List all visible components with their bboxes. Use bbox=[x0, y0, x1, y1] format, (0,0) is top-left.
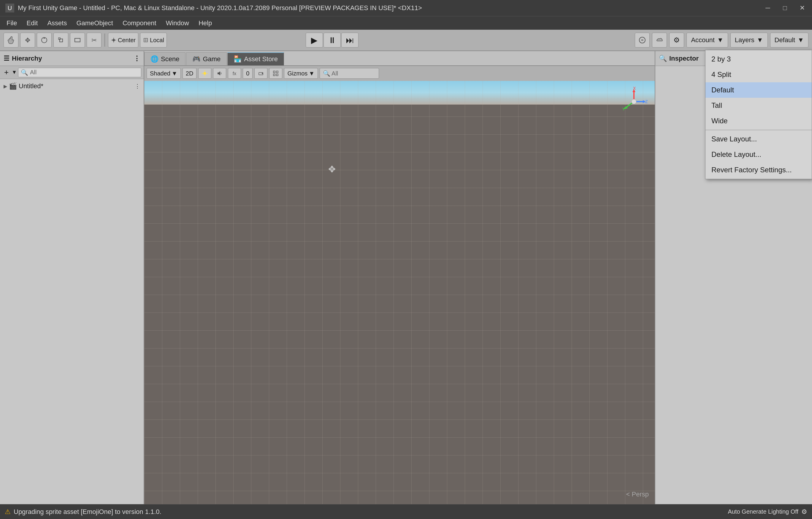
search-icon: 🔍 bbox=[21, 69, 28, 76]
hierarchy-item-untitled[interactable]: ▶ 🎬 Untitled* ⋮ bbox=[0, 80, 144, 92]
gizmos-arrow: ▼ bbox=[309, 70, 315, 77]
scene-fx-extra[interactable] bbox=[254, 68, 267, 79]
shading-dropdown[interactable]: Shaded ▼ bbox=[147, 68, 181, 79]
shading-arrow: ▼ bbox=[172, 70, 177, 77]
menu-help[interactable]: Help bbox=[194, 18, 216, 28]
layout-delete-label: Delete Layout... bbox=[712, 150, 761, 159]
layout-wide-label: Wide bbox=[712, 117, 728, 125]
pivot-toggle[interactable]: Center bbox=[108, 33, 138, 48]
gizmos-dropdown[interactable]: Gizmos ▼ bbox=[284, 68, 318, 79]
close-button[interactable]: ✕ bbox=[797, 3, 807, 13]
svg-rect-22 bbox=[273, 71, 275, 73]
svg-text:X: X bbox=[633, 87, 636, 91]
scene-gizmo[interactable]: Z X Y bbox=[619, 87, 649, 116]
game-tab-label: Game bbox=[203, 55, 221, 63]
layout-delete[interactable]: Delete Layout... bbox=[705, 147, 812, 162]
hierarchy-content: ▶ 🎬 Untitled* ⋮ bbox=[0, 79, 144, 504]
scene-icon: 🎬 bbox=[9, 82, 17, 90]
menu-window[interactable]: Window bbox=[162, 18, 193, 28]
layout-tall[interactable]: Tall bbox=[705, 98, 812, 113]
layout-4split[interactable]: 4 Split bbox=[705, 67, 812, 82]
maximize-button[interactable]: □ bbox=[780, 3, 790, 13]
hierarchy-dropdown-btn[interactable]: ▼ bbox=[11, 69, 17, 76]
status-settings-icon[interactable]: ⚙ bbox=[801, 508, 807, 516]
hierarchy-add-btn[interactable]: + bbox=[2, 68, 10, 77]
svg-rect-23 bbox=[276, 71, 278, 73]
hierarchy-menu-btn[interactable]: ⋮ bbox=[134, 55, 140, 62]
status-right-label: Auto Generate Lighting Off bbox=[728, 508, 799, 515]
step-button[interactable]: ⏭ bbox=[341, 33, 358, 48]
shading-label: Shaded bbox=[150, 70, 170, 77]
menu-gameobject[interactable]: GameObject bbox=[72, 18, 117, 28]
tab-game[interactable]: 🎮 Game bbox=[186, 52, 227, 65]
svg-point-32 bbox=[632, 99, 636, 104]
minimize-button[interactable]: ─ bbox=[763, 3, 773, 13]
layers-dropdown-btn[interactable]: Layers ▼ bbox=[730, 33, 768, 48]
asset-store-tab-label: Asset Store bbox=[244, 55, 278, 63]
layout-default-label: Default bbox=[712, 86, 734, 94]
space-toggle[interactable]: Local bbox=[140, 33, 167, 48]
layout-dropdown-btn[interactable]: Default ▼ bbox=[770, 33, 809, 48]
layout-arrow: ▼ bbox=[798, 36, 804, 44]
pivot-label: Center bbox=[118, 37, 136, 44]
menu-component[interactable]: Component bbox=[118, 18, 161, 28]
hierarchy-title: Hierarchy bbox=[12, 55, 42, 62]
svg-point-15 bbox=[203, 72, 206, 75]
2d-toggle[interactable]: 2D bbox=[182, 68, 197, 79]
tool-transform[interactable]: ✂ bbox=[87, 33, 102, 48]
cloud-button[interactable] bbox=[652, 33, 667, 48]
layout-2by3[interactable]: 2 by 3 bbox=[705, 51, 812, 67]
play-button[interactable]: ▶ bbox=[306, 33, 323, 48]
grid-toggle[interactable] bbox=[269, 68, 282, 79]
inspector-icon: 🔍 bbox=[659, 55, 667, 62]
hierarchy-item-menu[interactable]: ⋮ bbox=[135, 83, 140, 89]
svg-text:✂: ✂ bbox=[91, 36, 97, 44]
status-bar: ⚠ Upgrading sprite asset [EmojiOne] to v… bbox=[0, 504, 812, 519]
toolbar: ✥ ✂ Center Local ▶ ⏸ ⏭ bbox=[0, 30, 812, 51]
tool-rotate[interactable] bbox=[37, 33, 52, 48]
fx-toggle[interactable]: fx bbox=[228, 68, 241, 79]
svg-text:✥: ✥ bbox=[25, 36, 30, 44]
scene-tab-label: Scene bbox=[161, 55, 179, 63]
tool-scale[interactable] bbox=[53, 33, 68, 48]
scene-viewport[interactable]: ✥ Z X Y bbox=[144, 81, 655, 504]
app-icon: U bbox=[5, 3, 15, 13]
scene-toolbar: Shaded ▼ 2D fx 0 bbox=[144, 66, 655, 81]
layout-default[interactable]: Default bbox=[705, 82, 812, 98]
layout-4split-label: 4 Split bbox=[712, 71, 731, 79]
layout-revert-label: Revert Factory Settings... bbox=[712, 166, 792, 174]
tree-arrow-untitled: ▶ bbox=[4, 83, 7, 89]
hierarchy-search-placeholder: All bbox=[30, 69, 36, 76]
menu-assets[interactable]: Assets bbox=[43, 18, 71, 28]
menu-edit[interactable]: Edit bbox=[22, 18, 42, 28]
layout-tall-label: Tall bbox=[712, 101, 722, 110]
tab-scene[interactable]: 🌐 Scene bbox=[144, 52, 185, 65]
layout-revert[interactable]: Revert Factory Settings... bbox=[705, 162, 812, 177]
hierarchy-icon: ☰ bbox=[4, 55, 9, 62]
layout-save-label: Save Layout... bbox=[712, 135, 757, 143]
camera-icon[interactable]: 0 bbox=[243, 68, 253, 79]
tool-rect[interactable] bbox=[70, 33, 85, 48]
status-warning-icon: ⚠ bbox=[5, 508, 11, 516]
hierarchy-search[interactable]: 🔍 All bbox=[18, 68, 141, 77]
account-dropdown[interactable]: Account ▼ bbox=[687, 33, 728, 48]
pause-button[interactable]: ⏸ bbox=[323, 33, 341, 48]
audio-toggle[interactable] bbox=[213, 68, 226, 79]
svg-text:Y: Y bbox=[622, 107, 625, 111]
settings-icon[interactable]: ⚙ bbox=[669, 33, 684, 48]
status-message: Upgrading sprite asset [EmojiOne] to ver… bbox=[13, 508, 162, 516]
layout-wide[interactable]: Wide bbox=[705, 113, 812, 129]
lighting-toggle[interactable] bbox=[198, 68, 211, 79]
2d-label: 2D bbox=[186, 70, 194, 77]
layout-save[interactable]: Save Layout... bbox=[705, 131, 812, 147]
menu-file[interactable]: File bbox=[2, 18, 21, 28]
window-controls: ─ □ ✕ bbox=[763, 3, 807, 13]
tool-hand[interactable] bbox=[4, 33, 19, 48]
tab-asset-store[interactable]: 🏪 Asset Store bbox=[227, 52, 284, 65]
scene-search[interactable]: 🔍 All bbox=[320, 68, 379, 79]
collab-icon[interactable] bbox=[635, 33, 650, 48]
hierarchy-header: ☰ Hierarchy ⋮ bbox=[0, 51, 144, 66]
scene-persp-label: < Persp bbox=[626, 490, 649, 498]
tool-move[interactable]: ✥ bbox=[20, 33, 35, 48]
asset-store-tab-icon: 🏪 bbox=[234, 55, 241, 63]
